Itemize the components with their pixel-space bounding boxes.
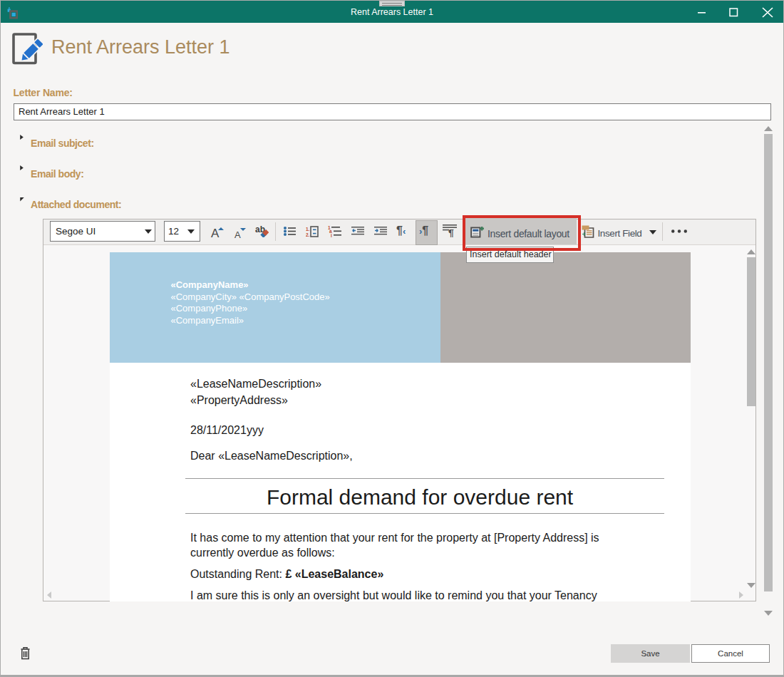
svg-text:¶: ¶ xyxy=(448,227,454,237)
svg-text:1.: 1. xyxy=(306,227,310,232)
svg-text:i: i xyxy=(331,233,332,238)
svg-text:2.: 2. xyxy=(306,232,310,237)
